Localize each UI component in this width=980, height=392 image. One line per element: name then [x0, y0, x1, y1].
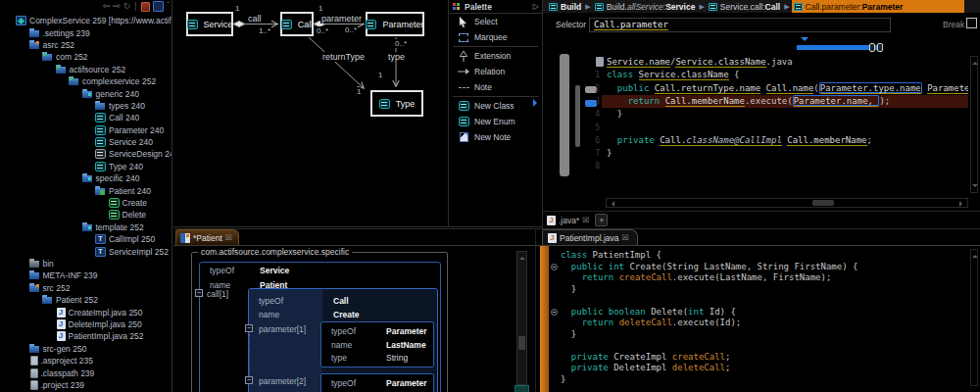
- java-vertical-scrollbar[interactable]: [970, 249, 978, 386]
- collapse-toggle[interactable]: −: [195, 289, 203, 297]
- patient-scrollbar[interactable]: [516, 251, 527, 385]
- tree-item[interactable]: .settings 239: [0, 26, 172, 38]
- tree-item[interactable]: ServiceDesign 240: [0, 148, 172, 160]
- tree-item[interactable]: .project 239: [0, 379, 172, 391]
- collapse-toggle[interactable]: −: [245, 324, 253, 332]
- tree-item[interactable]: Parameter 240: [0, 124, 172, 136]
- template-icon: [95, 247, 106, 257]
- marquee-icon: [458, 32, 469, 43]
- patient-tab-bar: *Patient ☒: [173, 229, 535, 246]
- folder-icon: [29, 28, 40, 38]
- view-marker-icon: [533, 99, 541, 107]
- link-editor-icon[interactable]: [153, 1, 164, 12]
- palette-item-select[interactable]: Select: [449, 14, 542, 29]
- code-line: class PatientImpl {: [561, 250, 966, 262]
- class-icon: [379, 99, 390, 109]
- tree-item[interactable]: .asproject 235: [0, 355, 172, 367]
- tree-item[interactable]: DeleteImpl.java 250: [0, 318, 172, 330]
- diagram-node-service[interactable]: Service: [186, 12, 233, 36]
- palette-item-new-enum[interactable]: New Enum: [449, 114, 542, 129]
- tree-item[interactable]: Call 240: [0, 112, 172, 123]
- diagram-node-parameter[interactable]: Parameter: [366, 12, 424, 36]
- tree-item[interactable]: META-INF 239: [0, 270, 172, 281]
- class-icon: [95, 162, 106, 172]
- chevron-down-icon[interactable]: ˇ: [167, 1, 170, 9]
- call-instance-box[interactable]: typeOf Call name Create − parameter[1] t…: [248, 288, 438, 392]
- collapse-toggle[interactable]: −: [245, 376, 253, 384]
- back-arrow-icon[interactable]: ⇦: [103, 2, 111, 11]
- code-line: }: [561, 329, 966, 341]
- palette-item-note[interactable]: Note: [449, 79, 542, 95]
- folder-a-icon: [82, 222, 93, 232]
- tree-item-label: asrc 252: [43, 40, 75, 50]
- collapse-arrow-icon[interactable]: ▷: [533, 2, 539, 11]
- tree-item-label: .classpath 239: [41, 368, 95, 378]
- code-line: class Service.className {: [607, 69, 968, 81]
- tree-item[interactable]: PatientImpl.java 252: [0, 330, 172, 342]
- tab-java-template[interactable]: .java*: [559, 216, 579, 225]
- diagram-editor[interactable]: Service Call Parameter Type 1 call 1..* …: [173, 0, 448, 227]
- java-file-icon: [547, 216, 556, 225]
- tab-patient[interactable]: *Patient ☒: [175, 229, 239, 245]
- template-icon: [95, 234, 106, 244]
- book-icon[interactable]: [141, 2, 150, 12]
- tree-item[interactable]: template 252: [0, 221, 172, 233]
- folder-plain-icon: [29, 259, 40, 269]
- field-value[interactable]: Service: [260, 266, 289, 275]
- tree-item[interactable]: src-gen 250: [0, 343, 172, 355]
- tree-item[interactable]: Patient 240: [0, 184, 172, 196]
- palette-item-relation[interactable]: Relation: [449, 64, 542, 79]
- tree-item-label: template 252: [96, 222, 144, 232]
- new-tab-button[interactable]: +: [595, 214, 608, 226]
- code-vertical-scrollbar[interactable]: [970, 56, 978, 193]
- tree-item[interactable]: ServiceImpl 252: [0, 245, 172, 257]
- tree-item-label: src 252: [43, 283, 71, 293]
- tree-item[interactable]: Service 240: [0, 136, 172, 148]
- java-code[interactable]: class PatientImpl { public int Create(St…: [536, 229, 980, 392]
- code-line: }: [561, 374, 966, 386]
- parameter1-box[interactable]: typeOf Parameter name LastName type Stri…: [320, 321, 434, 368]
- tree-item[interactable]: types 240: [0, 100, 172, 112]
- diagram-node-call[interactable]: Call: [280, 12, 314, 36]
- template-code[interactable]: Service.name/Service.className.javaclass…: [543, 0, 980, 228]
- tree-item[interactable]: CreateImpl.java 250: [0, 306, 172, 318]
- fold-collapse-icon[interactable]: [551, 264, 558, 270]
- close-icon[interactable]: ☒: [582, 216, 589, 224]
- fold-collapse-icon[interactable]: [551, 309, 558, 316]
- close-icon[interactable]: ☒: [225, 233, 232, 242]
- tree-item[interactable]: Delete: [0, 209, 172, 220]
- tree-item[interactable]: Type 240: [0, 161, 172, 172]
- tree-item-label: .asproject 235: [41, 356, 93, 366]
- tree-item[interactable]: generic 240: [0, 87, 172, 99]
- forward-arrow-icon[interactable]: ⇨: [113, 2, 121, 11]
- tree-item-label: actifsource 252: [70, 65, 126, 74]
- tree-item[interactable]: complexservice 252: [0, 75, 172, 87]
- folder-icon: [29, 344, 40, 354]
- design-icon: [95, 149, 106, 159]
- folder-icon: [95, 101, 106, 111]
- tree-item[interactable]: Create: [0, 197, 172, 209]
- palette-item-new-class[interactable]: New Class: [449, 98, 542, 114]
- tree-item-label: .settings 239: [43, 28, 90, 38]
- select-cursor-icon: [458, 17, 469, 27]
- refresh-icon[interactable]: ↻: [123, 2, 131, 11]
- tree-item[interactable]: .classpath 239: [0, 367, 172, 378]
- tree-item[interactable]: asrc 252: [0, 39, 172, 51]
- diagram-node-type[interactable]: Type: [370, 90, 423, 117]
- parameter2-box[interactable]: typeOf Parameter: [320, 373, 434, 392]
- palette-item-extension[interactable]: Extension: [449, 48, 542, 64]
- tree-item[interactable]: com 252: [0, 51, 172, 63]
- tree-item[interactable]: src 252: [0, 282, 172, 294]
- tree-item[interactable]: CallImpl 250: [0, 233, 172, 245]
- tree-item[interactable]: ComplexService 259 [https://www.actif: [0, 15, 172, 26]
- tree-item-label: CreateImpl.java 250: [69, 308, 143, 318]
- palette-item-marquee[interactable]: Marquee: [449, 29, 542, 45]
- tree-item[interactable]: specific 240: [0, 172, 172, 184]
- palette-item-new-note[interactable]: New Note: [449, 129, 542, 145]
- folder-icon: [29, 270, 40, 280]
- code-horizontal-scrollbar[interactable]: [606, 198, 968, 208]
- tree-item[interactable]: bin: [0, 258, 172, 270]
- tree-item[interactable]: actifsource 252: [0, 64, 172, 75]
- palette-header[interactable]: Palette ▷: [449, 0, 542, 14]
- tree-item[interactable]: Patient 252: [0, 294, 172, 306]
